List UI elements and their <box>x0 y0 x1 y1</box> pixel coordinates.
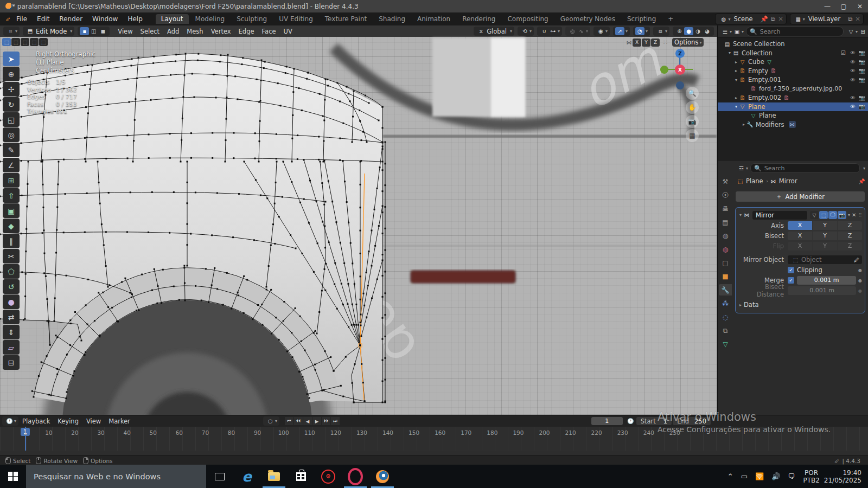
tab-world[interactable]: ◍ <box>719 243 732 255</box>
frame-tick-220[interactable]: 220 <box>589 429 605 436</box>
render-camera-icon[interactable]: 📷 <box>859 104 865 110</box>
expand-arrow[interactable]: ▸ <box>743 122 745 127</box>
mirror-butterfly-icon[interactable]: ⋈ <box>626 39 633 46</box>
timeline-menu-playback[interactable]: Playback <box>18 418 54 425</box>
frame-tick-240[interactable]: 240 <box>641 429 657 436</box>
jump-start-button[interactable]: ⏮ <box>285 417 293 425</box>
pin-icon[interactable]: 📌 <box>761 15 768 23</box>
bisect-z-button[interactable]: Z <box>838 232 862 240</box>
menu-render[interactable]: Render <box>54 15 87 23</box>
play-button[interactable]: ▶ <box>312 417 321 425</box>
security-app-taskbar-button[interactable]: ⚙ <box>315 465 342 488</box>
frame-tick-50[interactable]: 50 <box>145 429 161 436</box>
frame-tick-90[interactable]: 90 <box>250 429 266 436</box>
prev-keyframe-button[interactable]: ⏴⏴ <box>294 417 303 425</box>
extrude-region-tool[interactable]: ⇧ <box>3 188 20 203</box>
select-subtract-button[interactable]: ⬚ <box>21 38 29 46</box>
close-button[interactable]: ✕ <box>852 3 868 10</box>
properties-options-arrow[interactable]: ▾ <box>863 166 865 171</box>
axis-x-button[interactable]: X <box>788 221 812 230</box>
tab-sculpting[interactable]: Sculpting <box>231 14 272 24</box>
collapse-arrow[interactable]: ▾ <box>739 213 742 217</box>
modifier-name-field[interactable]: Mirror <box>752 211 807 220</box>
mirror-z-button[interactable]: Z <box>651 38 660 47</box>
gizmo-y-axis[interactable] <box>660 66 668 74</box>
spin-tool[interactable]: ↺ <box>3 279 20 294</box>
pin-icon[interactable]: 📌 <box>858 178 865 185</box>
grid-ortho-icon[interactable]: ▦ <box>686 129 699 142</box>
gizmo-x-axis[interactable]: X <box>675 65 685 75</box>
bisect-x-button[interactable]: X <box>788 232 812 240</box>
menu-file[interactable]: File <box>11 15 32 23</box>
hide-eye-icon[interactable]: 👁 <box>850 50 856 56</box>
select-extend-button[interactable]: ⬚ <box>11 38 20 46</box>
outliner-row-plane-data[interactable]: ▽Plane <box>718 111 868 120</box>
autokey-toggle[interactable]: ○▾ <box>263 416 279 426</box>
tab-collection[interactable]: ▢ <box>719 257 732 268</box>
exclude-checkbox[interactable]: ☑ <box>841 50 846 56</box>
data-subpanel-header[interactable]: ▸ Data <box>738 300 862 310</box>
frame-tick-20[interactable]: 20 <box>67 429 83 436</box>
animate-dot[interactable]: ● <box>858 288 862 293</box>
bisect-y-button[interactable]: Y <box>813 232 837 240</box>
maximize-button[interactable]: ▢ <box>835 3 852 10</box>
properties-search-input[interactable]: 🔍Search <box>750 163 860 173</box>
unlink-icon[interactable]: ✕ <box>855 15 860 23</box>
inset-faces-tool[interactable]: ▣ <box>3 203 20 218</box>
language-indicator[interactable]: PORPTB2 <box>803 469 819 484</box>
timeline-menu-view[interactable]: View <box>82 418 105 425</box>
zoom-icon[interactable]: 🔍 <box>686 87 699 100</box>
hide-eye-icon[interactable]: 👁 <box>850 77 856 83</box>
flip-z-button[interactable]: Z <box>838 242 862 251</box>
current-frame-field[interactable]: 1 <box>591 417 623 425</box>
frame-tick-230[interactable]: 230 <box>615 429 631 436</box>
timeline-menu-marker[interactable]: Marker <box>105 418 134 425</box>
unlink-icon[interactable]: ✕ <box>778 15 783 23</box>
select-invert-button[interactable]: ⬚ <box>30 38 39 46</box>
render-camera-icon[interactable]: 📷 <box>859 50 865 56</box>
poly-build-tool[interactable]: ⬠ <box>3 264 20 279</box>
clock-indicator[interactable]: 19:4021/05/2025 <box>824 469 861 484</box>
frame-tick-140[interactable]: 140 <box>380 429 396 436</box>
frame-tick-150[interactable]: 150 <box>406 429 422 436</box>
hide-eye-icon[interactable]: 👁 <box>850 104 856 110</box>
wifi-icon[interactable]: 🛜 <box>755 472 764 480</box>
task-view-button[interactable] <box>206 465 233 488</box>
viewlayer-selector[interactable]: ▦▾ ViewLayer ⧉ ✕ <box>790 14 864 24</box>
store-taskbar-button[interactable] <box>288 465 315 488</box>
tab-particles[interactable]: ⁂ <box>719 298 732 309</box>
edge-taskbar-button[interactable]: e <box>233 465 260 488</box>
frame-tick-200[interactable]: 200 <box>536 429 552 436</box>
volume-icon[interactable]: 🔊 <box>771 472 780 480</box>
camera-view-icon[interactable]: 📷 <box>686 115 699 128</box>
next-keyframe-button[interactable]: ⏵⏵ <box>322 417 330 425</box>
hide-eye-icon[interactable]: 👁 <box>850 95 856 101</box>
annotate-tool[interactable]: ✎ <box>3 143 20 157</box>
opera-taskbar-button[interactable] <box>342 465 369 488</box>
pan-hand-icon[interactable]: ✋ <box>686 101 699 114</box>
transform-tool[interactable]: ◎ <box>3 127 20 142</box>
outliner-row-plane-selected[interactable]: ▾ ▽Plane 👁📷 <box>718 102 868 112</box>
tab-scene[interactable]: ◍ <box>719 230 732 241</box>
blender-taskbar-button[interactable] <box>369 465 396 488</box>
move-tool[interactable]: ✢ <box>3 82 20 97</box>
measure-tool[interactable]: ∠ <box>3 158 20 172</box>
show-on-cage-toggle[interactable]: ▽ <box>810 211 819 219</box>
tray-chevron-icon[interactable]: ⌃ <box>727 472 733 480</box>
frame-tick-40[interactable]: 40 <box>119 429 135 436</box>
frame-tick-160[interactable]: 160 <box>432 429 448 436</box>
merge-value-field[interactable]: 0.001 m <box>797 276 856 285</box>
gizmo-minus-z-axis[interactable] <box>676 81 684 89</box>
hide-eye-icon[interactable]: 👁 <box>850 68 856 74</box>
tab-render[interactable]: 🖸 <box>719 189 732 201</box>
mirror-x-button[interactable]: X <box>633 38 641 47</box>
filter-funnel-icon[interactable]: ▽ <box>847 28 854 35</box>
animate-dot[interactable]: ● <box>858 278 862 283</box>
frame-tick-80[interactable]: 80 <box>224 429 240 436</box>
delete-modifier-icon[interactable]: ✕ <box>852 212 856 218</box>
frame-tick-120[interactable]: 120 <box>328 429 344 436</box>
expand-arrow[interactable]: ▾ <box>729 50 731 55</box>
shrink-fatten-tool[interactable]: ⇕ <box>3 325 20 339</box>
menu-edit[interactable]: Edit <box>32 15 54 23</box>
battery-icon[interactable]: ▭ <box>741 472 748 480</box>
